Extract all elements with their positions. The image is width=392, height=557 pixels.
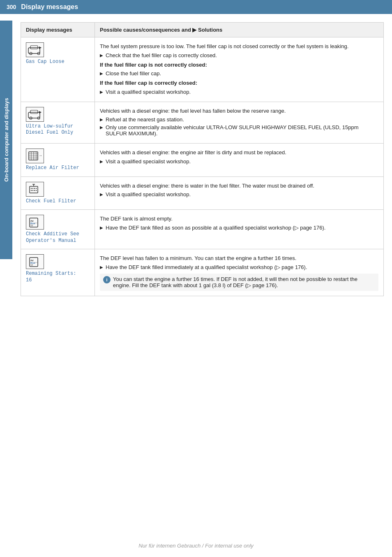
message-label: Replace Air Filter (26, 165, 79, 172)
causes-cell: Vehicles with a diesel engine: the fuel … (95, 102, 384, 144)
message-cell: Ad Blue 10 Check Additive See Operator's… (21, 210, 95, 249)
info-text: You can start the engine a further 16 ti… (113, 276, 375, 288)
cause-bullet: Check that the fuel filler cap is correc… (100, 52, 378, 58)
svg-text:▶: ▶ (39, 110, 42, 114)
info-icon: i (103, 276, 111, 283)
svg-text:→: → (39, 153, 42, 158)
svg-point-19 (31, 188, 32, 188)
message-label: Ultra Low-sulfur Diesel Fuel Only (26, 123, 73, 136)
fuel-icon: ▶ (26, 107, 44, 122)
table-row: ▶ Gas Cap LooseThe fuel system pressure … (21, 37, 384, 102)
svg-text:▶: ▶ (39, 46, 42, 49)
table-row: Ad Blue 10 Remaining Starts: 16The DEF l… (21, 249, 384, 296)
svg-point-26 (36, 190, 37, 190)
svg-point-22 (36, 188, 37, 188)
cause-bullet: Visit a qualified specialist workshop. (100, 191, 378, 197)
svg-point-23 (31, 190, 32, 190)
cause-bullet: Have the DEF tank filled immediately at … (100, 264, 378, 270)
sidebar-label: On-board computer and displays (0, 21, 12, 259)
cause-bullet: Have the DEF tank filled as soon as poss… (100, 225, 378, 231)
svg-rect-1 (30, 46, 38, 49)
svg-rect-6 (30, 110, 38, 114)
cause-bullet: Close the fuel filler cap. (100, 70, 378, 77)
cause-info: iYou can start the engine a further 16 t… (100, 274, 378, 291)
svg-point-24 (32, 190, 33, 190)
gas-cap-icon: ▶ (26, 42, 44, 57)
page-title: Display messages (21, 3, 78, 11)
message-cell: Check Fuel Filter (21, 176, 95, 210)
svg-point-21 (34, 188, 35, 188)
cause-text: The DEF tank is almost empty. (100, 215, 378, 223)
cause-text: The DEF level has fallen to a minimum. Y… (100, 254, 378, 262)
message-cell: Ad Blue 10 Remaining Starts: 16 (21, 249, 95, 296)
def-icon: Ad Blue 10 (26, 215, 44, 230)
cause-bullet: Visit a qualified specialist workshop. (100, 158, 378, 165)
message-cell: ▶ Gas Cap Loose (21, 37, 95, 102)
table-row: Ad Blue 10 Check Additive See Operator's… (21, 210, 384, 249)
cause-bold: If the fuel filler cap is not correctly … (100, 61, 378, 69)
svg-rect-18 (30, 186, 38, 193)
fuel-filter-icon (26, 182, 44, 197)
page-number: 300 (7, 4, 16, 10)
footer-text: Nur für internen Gebrauch / For internal… (138, 543, 254, 549)
table-row: → Replace Air FilterVehicles with a dies… (21, 144, 384, 177)
svg-point-20 (32, 188, 33, 188)
svg-point-25 (34, 190, 35, 190)
table-row: ▶ Ultra Low-sulfur Diesel Fuel OnlyVehic… (21, 102, 384, 144)
causes-cell: Vehicles with a diesel engine: the engin… (95, 144, 384, 177)
display-table: Display messages Possible causes/consequ… (21, 22, 384, 296)
col-causes-header: Possible causes/consequences and ▶ Solut… (95, 23, 384, 37)
message-cell: → Replace Air Filter (21, 144, 95, 177)
causes-cell: The DEF level has fallen to a minimum. Y… (95, 249, 384, 296)
air-filter-icon: → (26, 149, 44, 163)
causes-cell: The fuel system pressure is too low. The… (95, 37, 384, 102)
table-row: Check Fuel FilterVehicles with a diesel … (21, 176, 384, 210)
message-label: Check Additive See Operator's Manual (26, 231, 79, 244)
message-label: Check Fuel Filter (26, 198, 76, 205)
cause-bullet: Refuel at the nearest gas station. (100, 116, 378, 123)
cause-bullet: Only use commercially available vehicula… (100, 124, 378, 137)
svg-text:10: 10 (30, 264, 33, 266)
cause-bold: If the fuel filler cap is correctly clos… (100, 79, 378, 87)
svg-text:10: 10 (30, 224, 33, 227)
cause-text: Vehicles with a diesel engine: the engin… (100, 149, 378, 157)
causes-cell: Vehicles with a diesel engine: there is … (95, 176, 384, 210)
message-label: Remaining Starts: 16 (26, 271, 76, 283)
cause-text: The fuel system pressure is too low. The… (100, 42, 378, 51)
cause-text: Vehicles with a diesel engine: there is … (100, 182, 378, 190)
causes-cell: The DEF tank is almost empty.Have the DE… (95, 210, 384, 249)
message-cell: ▶ Ultra Low-sulfur Diesel Fuel Only (21, 102, 95, 144)
message-label: Gas Cap Loose (26, 59, 65, 65)
page-header: 300 Display messages (0, 0, 392, 14)
def2-icon: Ad Blue 10 (26, 254, 44, 269)
cause-text: Vehicles with a diesel engine: the fuel … (100, 107, 378, 115)
page-footer: Nur für internen Gebrauch / For internal… (0, 543, 392, 549)
cause-bullet: Visit a qualified specialist workshop. (100, 89, 378, 95)
main-content: Display messages Possible causes/consequ… (12, 14, 392, 304)
col-message-header: Display messages (21, 23, 95, 37)
